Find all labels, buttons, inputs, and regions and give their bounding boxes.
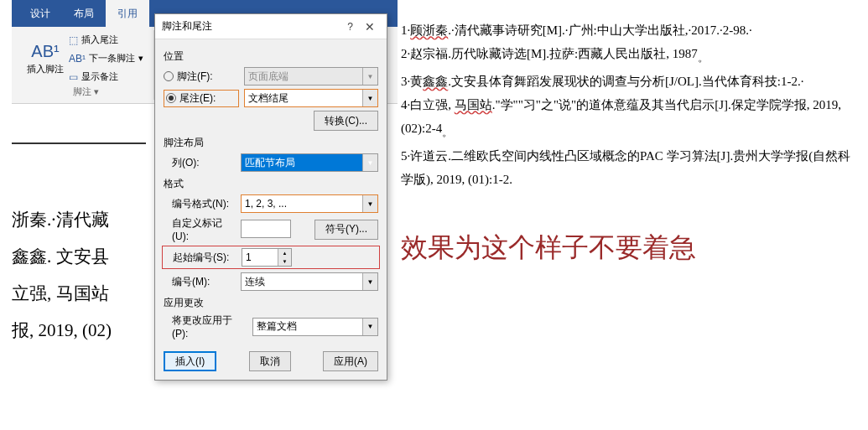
close-button[interactable]: ✕ bbox=[360, 20, 380, 34]
apply-button[interactable]: 应用(A) bbox=[323, 351, 378, 371]
chevron-down-icon: ▼ bbox=[362, 90, 377, 106]
ref-item: 4·白立强, 马国站."学""习"之"说"的道体意蕴及其当代启示[J].保定学院… bbox=[401, 93, 858, 144]
apply-to-select[interactable]: 整篇文档▼ bbox=[252, 318, 378, 336]
chevron-down-icon: ▾ bbox=[138, 53, 143, 64]
tab-design[interactable]: 设计 bbox=[18, 0, 62, 27]
footnote-location-select: 页面底端▼ bbox=[244, 67, 378, 85]
numbering-select[interactable]: 连续▼ bbox=[241, 272, 378, 291]
endnote-location-select[interactable]: 文档结尾▼ bbox=[244, 89, 378, 107]
number-format-label: 编号格式(N): bbox=[164, 197, 236, 211]
apply-to-label: 将更改应用于(P): bbox=[164, 313, 247, 339]
chevron-down-icon: ▼ bbox=[362, 195, 377, 212]
ref-item: 5·许道云.二维欧氏空间内线性凸区域概念的PAC 学习算法[J].贵州大学学报(… bbox=[401, 144, 858, 191]
endnote-radio[interactable]: 尾注(E): bbox=[164, 90, 239, 107]
numbering-label: 编号(M): bbox=[164, 275, 236, 289]
spin-up-icon[interactable]: ▲ bbox=[278, 249, 291, 257]
spin-down-icon[interactable]: ▼ bbox=[278, 257, 291, 266]
ref-item: 2·赵宗福.历代咏藏诗选[M].拉萨:西藏人民出版社, 1987。 bbox=[401, 42, 858, 70]
show-notes-button[interactable]: ▭显示备注 bbox=[65, 69, 147, 85]
show-notes-icon: ▭ bbox=[69, 71, 78, 83]
section-apply: 应用更改 bbox=[164, 296, 378, 310]
insert-footnote-button[interactable]: AB¹ 插入脚注 bbox=[25, 32, 65, 85]
result-caption: 效果为这个样子不要着急 bbox=[401, 230, 696, 267]
chevron-down-icon: ▼ bbox=[362, 273, 377, 290]
tab-references[interactable]: 引用 bbox=[106, 0, 149, 27]
chevron-down-icon: ▼ bbox=[362, 68, 377, 85]
endnote-icon: ⬚ bbox=[69, 34, 78, 46]
cancel-button[interactable]: 取消 bbox=[249, 351, 291, 371]
symbol-button[interactable]: 符号(Y)... bbox=[314, 220, 378, 240]
convert-button[interactable]: 转换(C)... bbox=[314, 111, 378, 131]
custom-mark-label: 自定义标记(U): bbox=[164, 216, 236, 242]
footnote-icon: AB¹ bbox=[31, 42, 59, 61]
section-position: 位置 bbox=[164, 49, 378, 64]
ref-item: 3·黄鑫鑫.文安县体育舞蹈发展现状的调查与分析[J/OL].当代体育科技:1-2… bbox=[401, 70, 858, 93]
section-format: 格式 bbox=[164, 177, 378, 191]
chevron-down-icon: ▼ bbox=[362, 154, 377, 171]
radio-icon bbox=[164, 71, 174, 81]
chevron-down-icon: ▼ bbox=[362, 319, 377, 335]
document-background-text: 浙秦.·清代藏 鑫鑫. 文安县 立强, 马国站 报, 2019, (02) bbox=[12, 201, 112, 349]
ribbon-group-label: 脚注 ▾ bbox=[25, 85, 147, 98]
references-preview: 1·顾浙秦.·清代藏事诗研究[M].·广州:中山大学出版社,·2017.·2-9… bbox=[401, 18, 858, 191]
number-format-select[interactable]: 1, 2, 3, ...▼ bbox=[241, 194, 378, 213]
next-footnote-button[interactable]: AB¹下一条脚注 ▾ bbox=[65, 50, 147, 66]
start-at-spinner[interactable]: 1 ▲▼ bbox=[242, 248, 292, 267]
insert-button[interactable]: 插入(I) bbox=[164, 351, 216, 371]
radio-icon bbox=[166, 93, 176, 103]
column-select: 匹配节布局▼ bbox=[241, 153, 378, 172]
footnote-endnote-dialog: 脚注和尾注 ? ✕ 位置 脚注(F): 页面底端▼ 尾注(E): 文档结尾▼ 转… bbox=[154, 13, 387, 381]
footnote-radio[interactable]: 脚注(F): bbox=[164, 70, 239, 84]
dialog-launcher-icon[interactable]: ▾ bbox=[94, 86, 99, 96]
ref-item: 1·顾浙秦.·清代藏事诗研究[M].·广州:中山大学出版社,·2017.·2-9… bbox=[401, 18, 858, 42]
next-footnote-icon: AB¹ bbox=[69, 53, 86, 65]
tab-layout[interactable]: 布局 bbox=[62, 0, 106, 27]
custom-mark-input[interactable] bbox=[241, 220, 291, 238]
ruler bbox=[12, 142, 146, 144]
help-button[interactable]: ? bbox=[340, 21, 360, 33]
dialog-title: 脚注和尾注 bbox=[162, 19, 340, 34]
section-layout: 脚注布局 bbox=[164, 136, 378, 150]
start-at-label: 起始编号(S): bbox=[164, 251, 236, 265]
insert-endnote-button[interactable]: ⬚插入尾注 bbox=[65, 32, 147, 48]
column-label: 列(O): bbox=[164, 156, 236, 170]
